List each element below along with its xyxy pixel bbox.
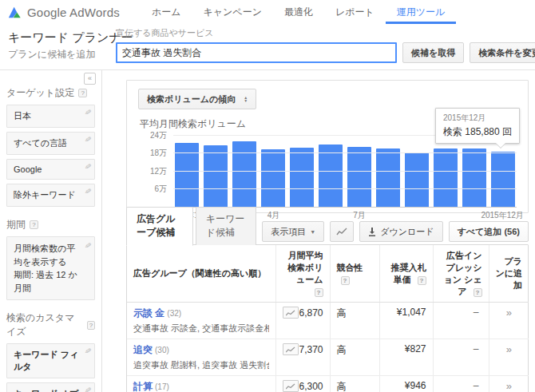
search-label: 宣伝する商品やサービス — [116, 27, 535, 39]
y-axis-label: 24万 — [150, 130, 167, 141]
page-header: キーワード プランナー プランに候補を追加 宣伝する商品やサービス 候補を取得 … — [0, 24, 535, 70]
suggested-bid-value: ¥946 — [379, 376, 433, 392]
bar-month-3[interactable] — [232, 141, 256, 207]
keyword-count: (32) — [167, 309, 181, 318]
download-icon — [368, 228, 376, 236]
edit-icon: ✎ — [84, 107, 92, 117]
keyword-options-setting[interactable]: キーワード オプション ✎ すべての候補を表示 アカウントのキーワードを非表示 … — [6, 382, 95, 392]
bar-month-11[interactable] — [462, 148, 486, 207]
grid-line — [173, 152, 517, 153]
col-impression-share: 広告インプレッション シェア ? — [433, 245, 489, 303]
help-icon[interactable]: ? — [315, 288, 323, 297]
search-volume-value: 7,370 — [299, 344, 323, 355]
help-icon[interactable]: ? — [474, 288, 482, 297]
chart-tooltip: 2015年12月 検索 185,880 回 — [435, 108, 520, 144]
keyword-filter-setting[interactable]: キーワード フィルタ ✎ — [6, 343, 95, 378]
nav-item-tools[interactable]: 運用ツール — [386, 0, 457, 24]
table-row: 示談 金(32)交通事故 示談金, 交通事故示談金相場, 事故 ...6,870… — [127, 303, 529, 339]
bar-month-2[interactable] — [204, 145, 228, 207]
ad-group-link[interactable]: 追突 — [133, 344, 153, 355]
impression-share-value: – — [433, 339, 489, 376]
sort-arrows-icon: ▲▼ — [244, 96, 248, 102]
trend-graph-icon[interactable] — [283, 343, 299, 355]
grid-line — [173, 188, 517, 189]
add-to-plan-button[interactable]: » — [489, 339, 529, 376]
brand-text: Google AdWords — [27, 6, 120, 19]
nav-item-campaigns[interactable]: キャンペーン — [192, 0, 273, 24]
search-volume-chart-card: 検索ボリュームの傾向 ▲▼ 平均月間検索ボリューム 24万18万12万6万 20… — [126, 80, 529, 213]
adwords-brand[interactable]: Google AdWords — [8, 0, 120, 24]
impression-share-value: – — [433, 303, 489, 339]
y-axis-label: 6万 — [154, 184, 167, 195]
help-icon[interactable]: ? — [78, 89, 87, 97]
help-icon[interactable]: ? — [30, 220, 38, 229]
nav-items: ホーム キャンペーン 最適化 レポート 運用ツール — [141, 0, 456, 24]
tab-ad-group-ideas[interactable]: 広告グループ候補 — [126, 207, 193, 246]
search-block: 宣伝する商品やサービス 候補を取得 検索条件を変更 — [116, 27, 535, 63]
y-axis-label: 12万 — [150, 166, 167, 177]
bar-month-9[interactable] — [405, 152, 429, 207]
col-bid: 推奨入札単価 ? — [379, 245, 433, 303]
col-competition: 競合性 ? — [330, 245, 379, 303]
keyword-sample: 追突事故 慰謝料, 追突事故 過失割合, 追突事... — [133, 359, 269, 371]
period-section-title: 期間 ? — [6, 218, 95, 232]
download-button[interactable]: ダウンロード — [359, 221, 442, 242]
targeting-negative-keywords[interactable]: 除外キーワード ✎ — [6, 184, 95, 207]
bar-month-5[interactable] — [290, 148, 314, 207]
help-icon[interactable]: ? — [341, 276, 350, 285]
targeting-network[interactable]: Google ✎ — [6, 159, 95, 180]
date-range-setting[interactable]: 月間検索数の平均を表示する 期間: 過去 12 か月間 ✎ — [6, 236, 95, 300]
top-nav: Google AdWords ホーム キャンペーン 最適化 レポート 運用ツール — [0, 0, 535, 24]
search-input[interactable] — [116, 42, 397, 63]
get-ideas-button[interactable]: 候補を取得 — [402, 42, 464, 63]
ad-group-link[interactable]: 計算 — [133, 381, 153, 392]
edit-icon: ✎ — [83, 239, 92, 251]
competition-value: 高 — [330, 339, 379, 376]
trend-graph-icon[interactable] — [283, 380, 299, 392]
chart-view-button[interactable] — [330, 221, 354, 242]
targeting-language[interactable]: すべての言語 ✎ — [6, 132, 95, 155]
bar-month-12[interactable] — [491, 152, 515, 207]
ad-group-cell: 示談 金(32)交通事故 示談金, 交通事故示談金相場, 事故 ... — [127, 303, 275, 339]
impression-share-value: – — [433, 376, 489, 392]
nav-item-optimization[interactable]: 最適化 — [273, 0, 324, 24]
bar-month-10[interactable] — [434, 148, 458, 207]
chevron-down-icon: ▼ — [310, 229, 315, 235]
table-row: 計算(17)交通事故慰謝料計算, 事故 慰謝料 計算, 慰謝...6,300高¥… — [127, 376, 529, 392]
plot-area: 24万18万12万6万 — [173, 136, 517, 208]
tab-keyword-ideas[interactable]: キーワード候補 — [196, 207, 257, 245]
col-add-to-plan: プランに追加 — [489, 245, 529, 303]
trend-graph-icon[interactable] — [283, 307, 299, 319]
bar-month-4[interactable] — [261, 149, 285, 207]
nav-item-reports[interactable]: レポート — [324, 0, 386, 24]
tooltip-date: 2015年12月 — [443, 113, 512, 124]
chart-type-dropdown[interactable]: 検索ボリュームの傾向 ▲▼ — [138, 89, 256, 109]
add-to-plan-button[interactable]: » — [489, 376, 529, 392]
ad-group-ideas-table: 広告グループ（関連性の高い順） 月間平均検索ボリューム ? 競合性 ? 推奨入札… — [126, 244, 529, 392]
keyword-count: (30) — [155, 346, 169, 354]
tooltip-value: 検索 185,880 回 — [443, 125, 512, 139]
bar-month-6[interactable] — [319, 145, 343, 207]
grid-line — [173, 171, 517, 172]
sidebar: « ターゲット設定 ? 日本 ✎ すべての言語 ✎ Google ✎ 除外キーワ… — [0, 70, 102, 392]
table-header-row: 広告グループ（関連性の高い順） 月間平均検索ボリューム ? 競合性 ? 推奨入札… — [127, 245, 529, 303]
table-body: 示談 金(32)交通事故 示談金, 交通事故示談金相場, 事故 ...6,870… — [127, 303, 529, 392]
bar-month-8[interactable] — [376, 148, 400, 207]
columns-dropdown-button[interactable]: 表示項目 ▼ — [262, 221, 324, 242]
targeting-location[interactable]: 日本 ✎ — [6, 105, 95, 128]
table-row: 追突(30)追突事故 慰謝料, 追突事故 過失割合, 追突事...7,370高¥… — [127, 339, 529, 376]
add-to-plan-button[interactable]: » — [489, 303, 529, 339]
help-icon[interactable]: ? — [87, 321, 95, 330]
add-all-button[interactable]: すべて追加 (56) — [449, 221, 529, 242]
collapse-sidebar-button[interactable]: « — [84, 73, 96, 85]
help-icon[interactable]: ? — [418, 276, 426, 285]
ad-group-cell: 追突(30)追突事故 慰謝料, 追突事故 過失割合, 追突事... — [127, 339, 275, 376]
adwords-logo-icon — [8, 6, 22, 19]
nav-item-home[interactable]: ホーム — [141, 0, 192, 24]
modify-search-button[interactable]: 検索条件を変更 — [470, 42, 535, 63]
col-volume: 月間平均検索ボリューム ? — [275, 245, 330, 303]
edit-icon: ✎ — [84, 385, 92, 392]
ad-group-link[interactable]: 示談 金 — [133, 307, 164, 319]
bar-month-7[interactable] — [347, 147, 371, 207]
suggested-bid-value: ¥827 — [379, 339, 433, 376]
